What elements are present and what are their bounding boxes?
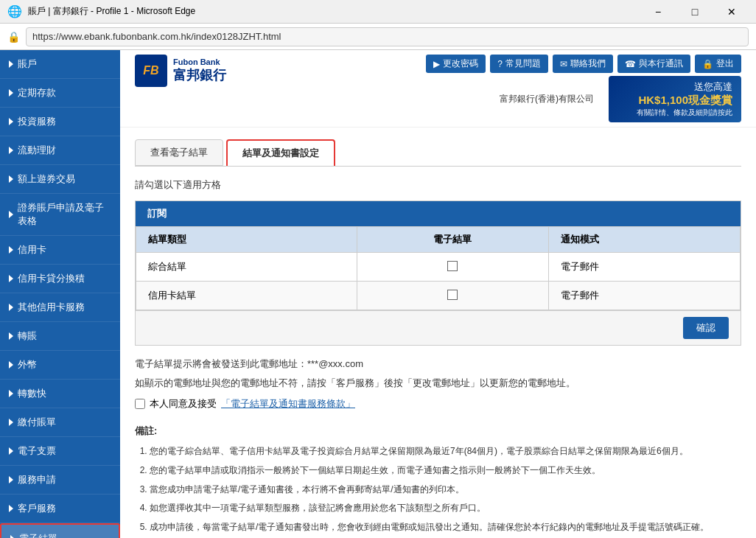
list-item: 如您選擇收其中一項電子結單類型服務，該登記將會應用於您名下該類型之所有戶口。 [150,500,741,517]
page-content: 查看毫子結單 結單及通知書設定 請勾選以下適用方格 訂閱 結單類型 電子結單 通… [120,127,756,538]
banner-sub: 有關詳情、條款及細則請按此 [617,108,732,118]
sidebar-label: 轉賬 [18,329,37,343]
sidebar-label: 證券賬戶申請及毫子表格 [18,201,111,228]
arrow-icon [9,211,13,218]
titlebar-title: 🌐 賬戶 | 富邦銀行 - Profile 1 - Microsoft Edge [7,4,195,18]
arrow-icon [9,390,13,397]
row-type-1: 綜合結單 [136,253,357,282]
change-password-button[interactable]: ▶ 更改密碼 [426,55,486,73]
arrow-icon [9,447,13,455]
terms-link[interactable]: 「電子結單及通知書服務條款」 [221,397,355,411]
table-row: 綜合結單 電子郵件 [136,253,741,282]
list-item: 當您成功申請電子結單/電子通知書後，本行將不會再郵寄結單/通知書的列印本。 [150,482,741,498]
arrow-icon [9,175,13,183]
sidebar-item-e-cheque[interactable]: 電子支票 [0,437,120,466]
banner-text: 送您高達 [617,80,732,94]
notify-type-2: 電子郵件 [548,282,740,310]
sidebar-item-mobile-banking[interactable]: 流動理財 [0,136,120,165]
lock-icon: 🔒 [7,31,20,43]
sidebar-item-other-credit[interactable]: 其他信用卡服務 [0,293,120,322]
header-right: ▶ 更改密碼 ? 常見問題 ✉ 聯絡我們 ☎ 與本行通訊 [426,55,741,122]
page-subtitle: 請勾選以下適用方格 [135,178,741,192]
tab-settings[interactable]: 結單及通知書設定 [226,139,335,166]
sidebar-item-fps[interactable]: 轉數快 [0,380,120,408]
order-header: 訂閱 [136,201,741,226]
e-statement-checkbox-2[interactable] [447,290,458,300]
arrow-icon [9,275,13,282]
tab-view-statement[interactable]: 查看毫子結單 [135,139,223,166]
question-icon: ? [497,59,503,69]
addressbar: 🔒 [0,24,756,50]
col-notify: 通知模式 [548,227,740,253]
arrow-icon [9,246,13,254]
sidebar-item-foreign-currency[interactable]: 外幣 [0,351,120,380]
arrow-icon [9,332,13,340]
header-buttons: ▶ 更改密碼 ? 常見問題 ✉ 聯絡我們 ☎ 與本行通訊 [426,55,741,73]
mail-icon: ✉ [560,59,567,69]
arrow-icon [9,60,13,68]
checkbox-cell-2[interactable] [357,282,548,310]
arrow-icon [9,118,13,125]
sidebar-label: 投資服務 [18,115,56,128]
sidebar-item-customer-service[interactable]: 客戶服務 [0,495,120,523]
order-table: 結單類型 電子結單 通知模式 綜合結單 電子郵件 [136,226,741,310]
content-area: FB Fubon Bank 富邦銀行 ▶ 更改密碼 ? 常見問題 [120,50,756,538]
sidebar-item-securities-account[interactable]: 證券賬戶申請及毫子表格 [0,194,120,236]
logo-symbol: FB [143,64,158,77]
notes-list: 您的電子綜合結單、電子信用卡結單及電子投資綜合月結單之保留期限為最近7年(84個… [135,444,741,538]
communication-button[interactable]: ☎ 與本行通訊 [617,55,690,73]
play-icon: ▶ [433,59,440,69]
arrow-icon [9,419,13,426]
sidebar-item-e-statement[interactable]: 電子結單 [0,523,120,538]
logo-chinese: 富邦銀行 [173,66,226,84]
sidebar-label: 轉數快 [18,387,46,400]
lock-icon: 🔒 [702,59,713,69]
email-notice-2: 如顯示的電郵地址與您的電郵地址不符，請按「客戶服務」後按「更改電郵地址」以更新您… [135,377,741,390]
sidebar-item-transfer[interactable]: 轉賬 [0,322,120,351]
email-notice-1: 電子結單提示將會被發送到此電郵地址：***@xxx.com [135,357,741,371]
list-item: 您的電子結單申請或取消指示一般將於下一個結單日期起生效，而電子通知書之指示則一般… [150,463,741,479]
row-type-2: 信用卡結單 [136,282,357,310]
contact-us-button[interactable]: ✉ 聯絡我們 [553,55,613,73]
sidebar-item-investment[interactable]: 投資服務 [0,108,120,136]
col-e-statement: 電子結單 [357,227,548,253]
logo-area: FB Fubon Bank 富邦銀行 [135,55,226,87]
confirm-row: 確認 [136,310,741,345]
sidebar-item-bill-payment[interactable]: 繳付賬單 [0,408,120,437]
notify-type-1: 電子郵件 [548,253,740,282]
top-header: FB Fubon Bank 富邦銀行 ▶ 更改密碼 ? 常見問題 [120,50,756,127]
address-input[interactable] [26,27,749,46]
sidebar-label: 賬戶 [18,57,37,71]
order-section: 訂閱 結單類型 電子結單 通知模式 綜合結單 [135,200,741,346]
list-item: 您的電子綜合結單、電子信用卡結單及電子投資綜合月結單之保留期限為最近7年(84個… [150,444,741,460]
logout-button[interactable]: 🔒 登出 [695,55,741,73]
sidebar-label: 繳付賬單 [18,416,56,429]
logo-text: Fubon Bank 富邦銀行 [173,57,226,84]
confirm-button[interactable]: 確認 [683,317,729,339]
arrow-icon [9,476,13,483]
sidebar-item-credit-card[interactable]: 信用卡 [0,236,120,265]
sidebar-label: 客戶服務 [18,502,56,515]
minimize-button[interactable]: − [641,1,675,23]
logo-english: Fubon Bank [173,57,226,66]
banner-amount: HK$1,100現金獎賞 [617,94,732,108]
sidebar-item-fixed-deposit[interactable]: 定期存款 [0,79,120,108]
faq-button[interactable]: ? 常見問題 [490,55,548,73]
arrow-icon [9,361,13,368]
arrow-icon [9,89,13,97]
agree-checkbox[interactable] [135,399,145,409]
sidebar-item-securities-trading[interactable]: 額上遊券交易 [0,165,120,194]
maximize-button[interactable]: □ [678,1,712,23]
e-statement-checkbox-1[interactable] [447,261,458,271]
notes-section: 備註: 您的電子綜合結單、電子信用卡結單及電子投資綜合月結單之保留期限為最近7年… [135,422,741,538]
tab-bar: 查看毫子結單 結單及通知書設定 [135,139,741,167]
sidebar-item-accounts[interactable]: 賬戶 [0,50,120,79]
sidebar-label: 服務申請 [18,473,56,486]
agree-row: 本人同意及接受 「電子結單及通知書服務條款」 [135,397,741,411]
checkbox-cell-1[interactable] [357,253,548,282]
sidebar-item-service-application[interactable]: 服務申請 [0,466,120,495]
browser-icon: 🌐 [7,4,22,18]
sidebar-item-credit-card-points[interactable]: 信用卡貸分換積 [0,265,120,293]
close-button[interactable]: ✕ [715,1,749,23]
sidebar-label: 額上遊券交易 [18,172,75,186]
